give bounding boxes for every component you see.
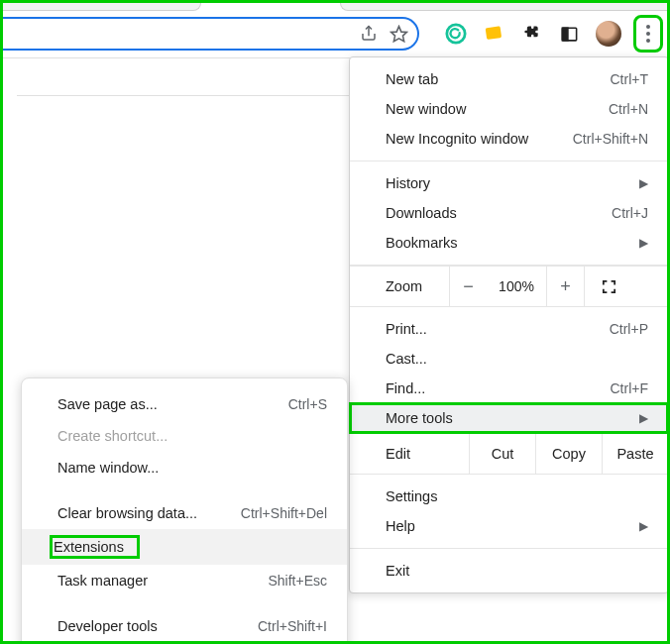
menu-item[interactable]: DownloadsCtrl+J [350,198,668,228]
menu-shortcut: Ctrl+J [612,205,648,221]
menu-item[interactable]: More tools▶ [350,403,668,433]
note-icon[interactable] [483,23,504,45]
menu-gap [22,483,347,497]
share-icon[interactable] [358,23,380,45]
chevron-right-icon: ▶ [639,519,648,533]
menu-item-label: Find... [386,380,425,396]
menu-item-label: Print... [386,321,427,337]
cut-button[interactable]: Cut [469,434,535,474]
menu-item[interactable]: Bookmarks▶ [350,228,668,258]
menu-item[interactable]: Exit [350,556,668,586]
menu-item[interactable]: History▶ [350,168,668,198]
menu-item-label: Downloads [386,205,457,221]
avatar[interactable] [596,21,621,47]
tab-edge-right [340,3,667,11]
menu-item-label: Cast... [386,351,427,367]
menu-item[interactable]: Settings [350,482,668,511]
edit-label: Edit [350,446,469,462]
grammarly-icon[interactable] [445,23,467,45]
tab-edge-left [3,3,201,11]
chevron-right-icon: ▶ [639,411,648,425]
menu-item-label: New window [386,101,466,117]
menu-item-label: Exit [386,563,409,579]
menu-item[interactable]: Print...Ctrl+P [350,314,668,344]
submenu-item-label: Task manager [57,573,148,589]
zoom-label: Zoom [350,278,449,294]
fullscreen-button[interactable] [584,267,633,306]
toolbar-right-icons [445,19,659,49]
browser-toolbar [3,3,667,58]
menu-shortcut: Ctrl+F [611,380,649,396]
submenu-item: Create shortcut... [22,420,347,452]
submenu-item[interactable]: Extensions [22,529,347,565]
submenu-item[interactable]: Developer toolsCtrl+Shift+I [22,610,347,642]
chevron-right-icon: ▶ [639,176,648,190]
submenu-item[interactable]: Task managerShift+Esc [22,565,347,596]
star-icon[interactable] [388,23,409,45]
menu-icon[interactable] [637,19,659,49]
menu-gap [22,596,347,610]
zoom-out-button[interactable]: − [449,267,487,306]
paste-button[interactable]: Paste [602,434,668,474]
svg-marker-0 [391,26,406,41]
submenu-item-label: Developer tools [57,618,158,634]
menu-item-label: New tab [386,71,438,87]
menu-item[interactable]: New windowCtrl+N [350,94,668,124]
submenu-item-label: Save page as... [57,396,158,412]
menu-shortcut: Ctrl+T [611,71,649,87]
svg-rect-4 [562,28,568,41]
chrome-main-menu: New tabCtrl+TNew windowCtrl+NNew Incogni… [349,56,669,593]
panel-icon[interactable] [558,23,580,45]
submenu-shortcut: Shift+Esc [268,573,327,589]
menu-shortcut: Ctrl+Shift+N [573,131,648,147]
menu-item[interactable]: New tabCtrl+T [350,64,668,94]
more-tools-submenu: Save page as...Ctrl+SCreate shortcut...N… [21,377,348,644]
zoom-value: 100% [487,267,546,306]
chevron-right-icon: ▶ [639,236,648,250]
menu-shortcut: Ctrl+P [610,321,648,337]
menu-item-label: History [386,175,430,191]
menu-item-label: New Incognito window [386,131,528,147]
submenu-item-label: Clear browsing data... [57,505,197,521]
submenu-shortcut: Ctrl+S [288,396,327,412]
menu-item[interactable]: Find...Ctrl+F [350,374,668,403]
menu-item[interactable]: New Incognito windowCtrl+Shift+N [350,124,668,154]
zoom-row: Zoom−100%+ [350,266,668,307]
omnibox[interactable] [3,17,419,51]
svg-rect-2 [486,26,502,40]
menu-item-label: Help [386,518,415,534]
menu-item-label: Settings [386,488,437,504]
menu-item[interactable]: Help▶ [350,511,668,541]
submenu-item-label: Extensions [52,537,138,557]
zoom-in-button[interactable]: + [546,267,584,306]
submenu-shortcut: Ctrl+Shift+I [258,618,327,634]
edit-row: EditCutCopyPaste [350,433,668,475]
submenu-item[interactable]: Name window... [22,452,347,483]
menu-shortcut: Ctrl+N [609,101,648,117]
submenu-shortcut: Ctrl+Shift+Del [241,505,327,521]
submenu-item[interactable]: Save page as...Ctrl+S [22,388,347,420]
menu-item-label: More tools [386,410,453,426]
submenu-item[interactable]: Clear browsing data...Ctrl+Shift+Del [22,497,347,529]
puzzle-icon[interactable] [520,23,542,45]
submenu-item-label: Create shortcut... [57,428,168,444]
menu-item-label: Bookmarks [386,235,458,251]
copy-button[interactable]: Copy [535,434,602,474]
submenu-item-label: Name window... [57,460,159,476]
menu-item[interactable]: Cast... [350,344,668,374]
